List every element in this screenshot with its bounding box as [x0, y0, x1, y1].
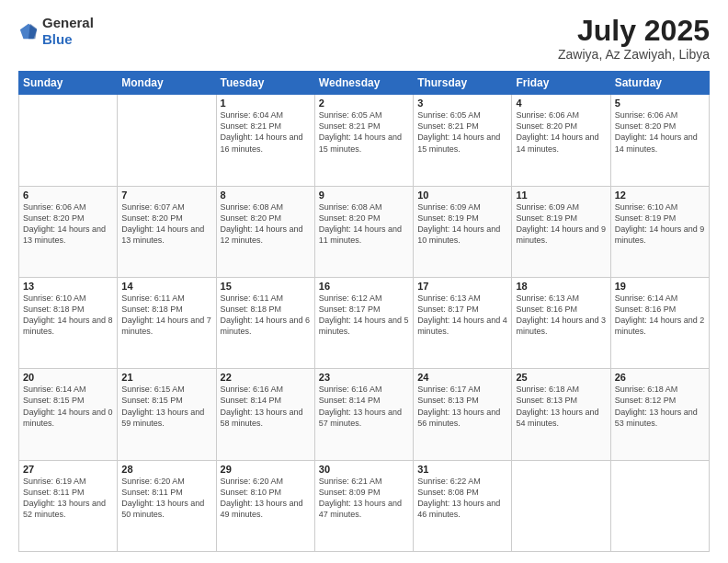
- calendar-cell: 29Sunrise: 6:20 AM Sunset: 8:10 PM Dayli…: [216, 460, 314, 551]
- day-info: Sunrise: 6:05 AM Sunset: 8:21 PM Dayligh…: [417, 109, 507, 155]
- calendar-cell: 2Sunrise: 6:05 AM Sunset: 8:21 PM Daylig…: [314, 95, 413, 186]
- day-number: 25: [516, 372, 606, 383]
- day-number: 18: [516, 281, 606, 292]
- logo-text: General Blue: [42, 15, 94, 48]
- day-number: 22: [221, 372, 311, 383]
- day-number: 6: [23, 190, 113, 201]
- calendar-cell: 22Sunrise: 6:16 AM Sunset: 8:14 PM Dayli…: [216, 369, 314, 460]
- calendar-cell: 4Sunrise: 6:06 AM Sunset: 8:20 PM Daylig…: [512, 95, 610, 186]
- calendar-cell: 16Sunrise: 6:12 AM Sunset: 8:17 PM Dayli…: [314, 277, 413, 368]
- day-number: 17: [417, 281, 507, 292]
- day-number: 2: [319, 98, 409, 109]
- calendar-cell: 17Sunrise: 6:13 AM Sunset: 8:17 PM Dayli…: [414, 277, 512, 368]
- day-info: Sunrise: 6:15 AM Sunset: 8:15 PM Dayligh…: [121, 384, 211, 429]
- day-info: Sunrise: 6:05 AM Sunset: 8:21 PM Dayligh…: [319, 109, 409, 155]
- calendar-cell: 23Sunrise: 6:16 AM Sunset: 8:14 PM Dayli…: [314, 369, 413, 460]
- day-number: 24: [417, 372, 507, 383]
- day-number: 20: [23, 372, 113, 383]
- day-number: 4: [516, 98, 606, 109]
- day-number: 31: [417, 464, 507, 475]
- day-number: 1: [221, 98, 311, 109]
- day-number: 28: [121, 464, 211, 475]
- calendar-cell: 11Sunrise: 6:09 AM Sunset: 8:19 PM Dayli…: [512, 186, 610, 277]
- header: General Blue July 2025 Zawiya, Az Zawiya…: [18, 15, 710, 62]
- week-row-2: 13Sunrise: 6:10 AM Sunset: 8:18 PM Dayli…: [19, 277, 710, 368]
- day-info: Sunrise: 6:21 AM Sunset: 8:09 PM Dayligh…: [319, 476, 409, 521]
- calendar-table: SundayMondayTuesdayWednesdayThursdayFrid…: [18, 71, 710, 552]
- day-number: 10: [417, 190, 507, 201]
- day-number: 19: [615, 281, 705, 292]
- day-header-tuesday: Tuesday: [216, 72, 314, 95]
- title-month: July 2025: [558, 15, 710, 47]
- day-number: 27: [23, 464, 113, 475]
- logo-icon: [18, 21, 39, 41]
- calendar-cell: 25Sunrise: 6:18 AM Sunset: 8:13 PM Dayli…: [512, 369, 610, 460]
- day-info: Sunrise: 6:14 AM Sunset: 8:16 PM Dayligh…: [615, 293, 705, 338]
- day-info: Sunrise: 6:06 AM Sunset: 8:20 PM Dayligh…: [516, 109, 606, 155]
- day-header-wednesday: Wednesday: [314, 72, 413, 95]
- calendar-cell: 27Sunrise: 6:19 AM Sunset: 8:11 PM Dayli…: [19, 460, 118, 551]
- day-number: 30: [319, 464, 409, 475]
- calendar-cell: 30Sunrise: 6:21 AM Sunset: 8:09 PM Dayli…: [314, 460, 413, 551]
- day-info: Sunrise: 6:16 AM Sunset: 8:14 PM Dayligh…: [319, 384, 409, 429]
- day-info: Sunrise: 6:11 AM Sunset: 8:18 PM Dayligh…: [221, 293, 311, 338]
- day-number: 14: [121, 281, 211, 292]
- calendar-cell: 8Sunrise: 6:08 AM Sunset: 8:20 PM Daylig…: [216, 186, 314, 277]
- week-row-4: 27Sunrise: 6:19 AM Sunset: 8:11 PM Dayli…: [19, 460, 710, 551]
- calendar-cell: 21Sunrise: 6:15 AM Sunset: 8:15 PM Dayli…: [118, 369, 216, 460]
- calendar-cell: 14Sunrise: 6:11 AM Sunset: 8:18 PM Dayli…: [118, 277, 216, 368]
- calendar-header-row: SundayMondayTuesdayWednesdayThursdayFrid…: [19, 72, 710, 95]
- day-info: Sunrise: 6:08 AM Sunset: 8:20 PM Dayligh…: [221, 201, 311, 247]
- day-number: 5: [615, 98, 705, 109]
- calendar-cell: 13Sunrise: 6:10 AM Sunset: 8:18 PM Dayli…: [19, 277, 118, 368]
- day-info: Sunrise: 6:09 AM Sunset: 8:19 PM Dayligh…: [516, 201, 606, 247]
- day-info: Sunrise: 6:11 AM Sunset: 8:18 PM Dayligh…: [121, 293, 211, 338]
- calendar-cell: 3Sunrise: 6:05 AM Sunset: 8:21 PM Daylig…: [414, 95, 512, 186]
- calendar-cell: 6Sunrise: 6:06 AM Sunset: 8:20 PM Daylig…: [19, 186, 118, 277]
- calendar-cell: [512, 460, 610, 551]
- calendar-cell: 20Sunrise: 6:14 AM Sunset: 8:15 PM Dayli…: [19, 369, 118, 460]
- week-row-1: 6Sunrise: 6:06 AM Sunset: 8:20 PM Daylig…: [19, 186, 710, 277]
- day-info: Sunrise: 6:13 AM Sunset: 8:17 PM Dayligh…: [417, 293, 507, 338]
- calendar-cell: 5Sunrise: 6:06 AM Sunset: 8:20 PM Daylig…: [610, 95, 709, 186]
- day-info: Sunrise: 6:19 AM Sunset: 8:11 PM Dayligh…: [23, 476, 113, 521]
- calendar-cell: [118, 95, 216, 186]
- title-location: Zawiya, Az Zawiyah, Libya: [558, 47, 710, 62]
- logo: General Blue: [18, 15, 94, 48]
- day-info: Sunrise: 6:13 AM Sunset: 8:16 PM Dayligh…: [516, 293, 606, 338]
- page: General Blue July 2025 Zawiya, Az Zawiya…: [0, 0, 728, 563]
- calendar-cell: [19, 95, 118, 186]
- day-info: Sunrise: 6:04 AM Sunset: 8:21 PM Dayligh…: [221, 109, 311, 155]
- calendar-cell: 28Sunrise: 6:20 AM Sunset: 8:11 PM Dayli…: [118, 460, 216, 551]
- day-info: Sunrise: 6:14 AM Sunset: 8:15 PM Dayligh…: [23, 384, 113, 429]
- calendar-cell: 1Sunrise: 6:04 AM Sunset: 8:21 PM Daylig…: [216, 95, 314, 186]
- calendar-cell: 12Sunrise: 6:10 AM Sunset: 8:19 PM Dayli…: [610, 186, 709, 277]
- day-number: 21: [121, 372, 211, 383]
- day-number: 16: [319, 281, 409, 292]
- day-number: 23: [319, 372, 409, 383]
- day-header-thursday: Thursday: [414, 72, 512, 95]
- day-number: 8: [221, 190, 311, 201]
- day-header-friday: Friday: [512, 72, 610, 95]
- week-row-0: 1Sunrise: 6:04 AM Sunset: 8:21 PM Daylig…: [19, 95, 710, 186]
- day-info: Sunrise: 6:07 AM Sunset: 8:20 PM Dayligh…: [121, 201, 211, 247]
- calendar-cell: 9Sunrise: 6:08 AM Sunset: 8:20 PM Daylig…: [314, 186, 413, 277]
- day-info: Sunrise: 6:16 AM Sunset: 8:14 PM Dayligh…: [221, 384, 311, 429]
- day-number: 13: [23, 281, 113, 292]
- day-info: Sunrise: 6:06 AM Sunset: 8:20 PM Dayligh…: [23, 201, 113, 247]
- day-number: 15: [221, 281, 311, 292]
- week-row-3: 20Sunrise: 6:14 AM Sunset: 8:15 PM Dayli…: [19, 369, 710, 460]
- day-info: Sunrise: 6:09 AM Sunset: 8:19 PM Dayligh…: [417, 201, 507, 247]
- calendar-cell: 7Sunrise: 6:07 AM Sunset: 8:20 PM Daylig…: [118, 186, 216, 277]
- calendar-cell: 24Sunrise: 6:17 AM Sunset: 8:13 PM Dayli…: [414, 369, 512, 460]
- day-info: Sunrise: 6:17 AM Sunset: 8:13 PM Dayligh…: [417, 384, 507, 429]
- title-block: July 2025 Zawiya, Az Zawiyah, Libya: [558, 15, 710, 62]
- day-number: 29: [221, 464, 311, 475]
- day-number: 12: [615, 190, 705, 201]
- day-number: 9: [319, 190, 409, 201]
- day-info: Sunrise: 6:20 AM Sunset: 8:10 PM Dayligh…: [221, 476, 311, 521]
- calendar-cell: 19Sunrise: 6:14 AM Sunset: 8:16 PM Dayli…: [610, 277, 709, 368]
- day-info: Sunrise: 6:22 AM Sunset: 8:08 PM Dayligh…: [417, 476, 507, 521]
- day-info: Sunrise: 6:20 AM Sunset: 8:11 PM Dayligh…: [121, 476, 211, 521]
- day-info: Sunrise: 6:12 AM Sunset: 8:17 PM Dayligh…: [319, 293, 409, 338]
